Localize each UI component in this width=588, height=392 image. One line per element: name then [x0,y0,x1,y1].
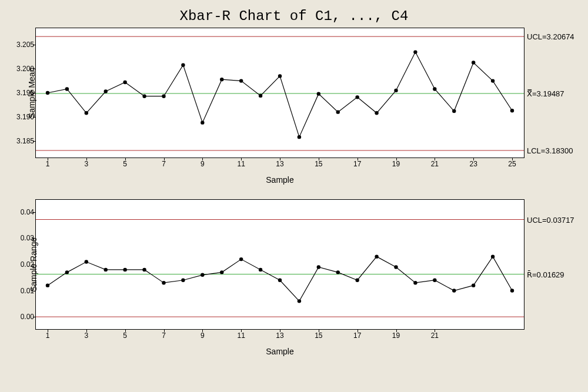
svg-point-21 [394,89,397,92]
xbar-chart: Sample Mean Sample 3.1853.1903.1953.2003… [35,28,523,158]
svg-point-6 [104,89,108,93]
x-tick-label: 23 [469,160,477,168]
x-tick-label: 7 [162,160,166,168]
y-tick-label: 3.190 [5,113,34,121]
svg-point-14 [259,94,262,98]
svg-point-26 [491,79,495,82]
svg-point-5 [85,111,88,115]
svg-point-50 [413,281,417,284]
svg-point-15 [278,74,282,78]
x-tick-label: 17 [353,331,361,340]
x-tick-label: 15 [315,331,322,340]
x-tick-label: 17 [353,160,361,168]
svg-point-24 [452,109,456,113]
svg-point-10 [181,63,185,66]
svg-point-7 [123,81,126,84]
ucl-label: UCL=0.03717 [527,215,574,224]
svg-point-48 [375,254,378,258]
x-tick-label: 25 [508,160,516,168]
svg-point-37 [162,281,165,284]
svg-point-35 [123,268,126,272]
ucl-label: UCL=3.20674 [527,32,574,41]
svg-point-34 [104,268,108,272]
svg-point-32 [65,270,69,274]
center-line-label: X̿=3.19487 [527,89,564,98]
svg-point-9 [162,95,165,98]
svg-point-20 [375,111,378,115]
svg-point-39 [201,273,204,277]
svg-point-42 [259,268,262,272]
svg-point-41 [239,257,243,261]
svg-point-46 [336,270,340,274]
svg-point-17 [317,92,320,95]
y-tick-label: 0.02 [5,260,34,269]
svg-point-38 [181,279,185,282]
center-line-label: R̄=0.01629 [527,270,564,279]
svg-point-8 [142,95,146,98]
svg-point-31 [46,283,49,287]
svg-point-23 [433,87,436,91]
svg-point-12 [220,78,223,81]
x-axis-label: Sample [266,347,293,356]
svg-point-47 [355,279,359,282]
y-tick-label: 3.185 [5,137,34,145]
x-tick-label: 21 [431,331,439,340]
x-tick-label: 19 [392,331,400,340]
svg-point-4 [65,87,69,91]
x-tick-label: 9 [201,331,205,340]
x-tick-label: 21 [431,160,439,168]
y-tick-label: 3.195 [5,89,34,97]
svg-point-52 [452,289,456,292]
svg-point-33 [85,260,88,263]
svg-point-53 [472,283,475,287]
x-tick-label: 13 [276,331,283,340]
svg-point-18 [336,110,340,113]
y-tick-label: 0.00 [5,313,34,321]
svg-point-11 [201,120,204,124]
svg-point-19 [355,95,359,99]
y-tick-label: 0.04 [5,208,34,216]
svg-point-27 [510,109,514,112]
x-tick-label: 9 [201,160,205,168]
x-tick-label: 7 [162,331,166,340]
svg-point-25 [472,61,475,64]
x-tick-label: 3 [84,331,88,340]
x-tick-label: 13 [276,160,283,168]
x-tick-label: 3 [84,160,88,168]
chart-title: Xbar-R Chart of C1, ..., C4 [0,0,588,28]
x-axis-label: Sample [266,175,293,185]
svg-point-22 [413,50,417,53]
svg-point-45 [317,265,320,269]
svg-point-49 [394,265,397,269]
svg-point-43 [278,279,282,282]
lcl-label: LCL=3.18300 [527,146,573,155]
y-tick-label: 3.205 [5,41,34,49]
x-tick-label: 1 [46,331,50,340]
r-chart: Sample Range Sample 0.000.010.020.030.04… [35,199,523,330]
x-tick-label: 5 [123,160,127,168]
svg-point-40 [220,270,223,274]
x-tick-label: 5 [123,331,127,340]
svg-point-54 [491,254,495,258]
svg-point-16 [298,135,301,139]
x-tick-label: 11 [237,160,245,168]
svg-point-51 [433,279,436,282]
svg-point-3 [46,91,49,95]
svg-point-55 [510,289,514,292]
svg-point-13 [239,79,243,82]
y-tick-label: 0.01 [5,287,34,295]
y-tick-label: 0.03 [5,234,34,242]
x-tick-label: 19 [392,160,400,168]
svg-point-44 [298,299,301,303]
x-tick-label: 15 [315,160,322,168]
svg-point-36 [142,268,146,272]
x-tick-label: 1 [46,160,50,168]
x-tick-label: 11 [237,331,245,340]
y-tick-label: 3.200 [5,65,34,73]
